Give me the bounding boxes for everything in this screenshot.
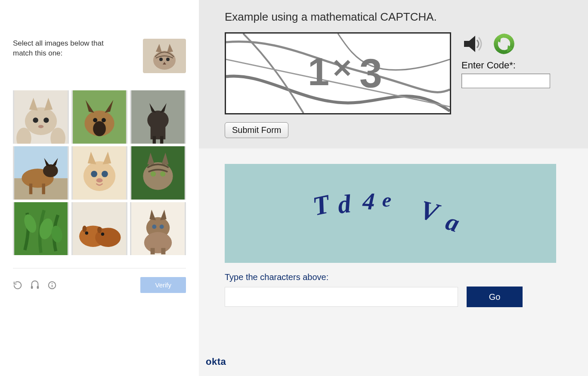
svg-point-66: [144, 232, 172, 253]
image-captcha-tile-5[interactable]: [130, 146, 186, 200]
image-captcha-tile-0[interactable]: [13, 90, 69, 144]
svg-rect-37: [42, 183, 45, 194]
image-captcha-tile-3[interactable]: [13, 146, 69, 200]
svg-point-42: [91, 171, 97, 177]
svg-rect-72: [37, 286, 39, 289]
svg-point-49: [151, 171, 156, 176]
svg-point-46: [143, 162, 173, 190]
text-captcha-image: T d 4 e V a: [225, 164, 556, 263]
image-captcha-tile-7[interactable]: [71, 202, 127, 256]
go-button[interactable]: Go: [467, 287, 523, 307]
image-captcha-panel: Select all images below that match this …: [0, 0, 199, 376]
svg-point-20: [93, 121, 106, 136]
math-captcha-title: Example using a mathematical CAPTCHA.: [225, 10, 571, 24]
image-captcha-tile-2[interactable]: [130, 90, 186, 144]
svg-text:1: 1: [308, 50, 329, 93]
svg-rect-28: [153, 136, 156, 143]
svg-point-67: [152, 225, 156, 229]
math-captcha-panel: Example using a mathematical CAPTCHA. 1: [199, 0, 588, 148]
svg-point-39: [84, 161, 115, 191]
svg-rect-71: [31, 286, 33, 289]
svg-text:4: 4: [362, 188, 375, 215]
svg-point-21: [93, 118, 97, 122]
code-input[interactable]: [461, 74, 550, 88]
svg-point-50: [160, 171, 165, 176]
audio-icon[interactable]: [30, 280, 40, 290]
svg-point-5: [166, 58, 170, 61]
svg-text:3: 3: [359, 50, 382, 96]
image-captcha-tile-1[interactable]: [71, 90, 127, 144]
svg-point-8: [25, 108, 57, 135]
verify-button[interactable]: Verify: [140, 277, 186, 293]
image-captcha-tile-6[interactable]: [13, 202, 69, 256]
image-captcha-tile-8[interactable]: [130, 202, 186, 256]
svg-point-61: [97, 227, 102, 233]
svg-rect-70: [161, 248, 165, 254]
math-captcha-image: 1 3: [225, 32, 451, 114]
speaker-icon[interactable]: [461, 32, 485, 55]
enter-code-label: Enter Code*:: [461, 60, 550, 71]
svg-marker-80: [464, 36, 475, 52]
svg-point-43: [102, 171, 108, 177]
info-icon[interactable]: [47, 280, 57, 290]
refresh-icon[interactable]: [13, 280, 22, 290]
svg-text:e: e: [381, 188, 393, 211]
svg-point-33: [43, 164, 58, 177]
svg-text:d: d: [336, 189, 353, 219]
svg-point-11: [33, 117, 38, 123]
svg-point-58: [85, 231, 88, 234]
svg-rect-36: [29, 183, 32, 194]
text-captcha-panel: T d 4 e V a Type the characters above: G…: [199, 148, 588, 376]
image-captcha-tile-4[interactable]: [71, 146, 127, 200]
svg-text:V: V: [417, 195, 443, 228]
svg-rect-29: [160, 136, 163, 143]
divider: [13, 268, 186, 268]
svg-text:T: T: [310, 189, 333, 221]
svg-point-13: [38, 125, 43, 128]
text-captcha-label: Type the characters above:: [225, 272, 571, 282]
svg-point-60: [82, 225, 87, 232]
svg-text:a: a: [443, 207, 463, 238]
image-captcha-prompt: Select all images below that match this …: [13, 39, 112, 59]
svg-point-4: [159, 58, 163, 61]
svg-point-75: [52, 283, 53, 284]
svg-point-1: [153, 51, 176, 70]
refresh-captcha-icon[interactable]: [492, 32, 516, 55]
svg-point-59: [101, 232, 104, 235]
submit-form-button[interactable]: Submit Form: [225, 122, 288, 138]
image-captcha-grid: [13, 90, 186, 255]
svg-rect-69: [151, 248, 155, 254]
svg-point-12: [43, 117, 49, 123]
brand-logo: okta: [206, 356, 226, 367]
text-captcha-input[interactable]: [225, 287, 458, 307]
svg-point-68: [160, 225, 164, 229]
svg-point-44: [96, 178, 103, 182]
svg-point-22: [102, 118, 106, 122]
image-captcha-reference-image: [143, 39, 186, 73]
